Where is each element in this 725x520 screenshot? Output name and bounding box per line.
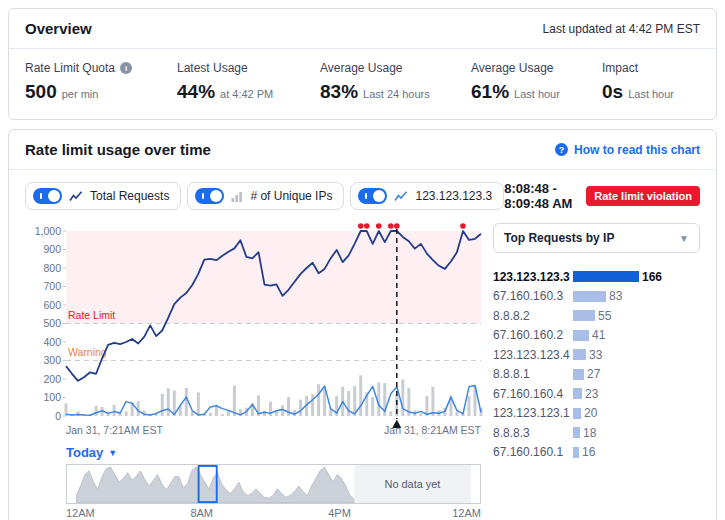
- line-chart-icon: [69, 191, 83, 202]
- ip-address: 123.123.123.4: [493, 348, 573, 362]
- stat-average-usage-1h: Average Usage 61% Last hour: [471, 61, 602, 103]
- how-to-read-link[interactable]: ? How to read this chart: [555, 143, 700, 157]
- unique-ips-bar: [125, 411, 128, 416]
- ip-request-bar: [573, 369, 584, 380]
- unique-ips-bar: [359, 375, 362, 416]
- usage-chart[interactable]: 01002003004005006007008009001,000Rate Li…: [25, 217, 485, 439]
- series-controls: Total Requests # of Unique IPs: [9, 170, 716, 217]
- ip-request-bar: [573, 330, 589, 341]
- timeframe-label: Today: [66, 445, 103, 460]
- info-icon[interactable]: i: [120, 62, 132, 74]
- ip-row[interactable]: 123.123.123.120: [493, 404, 700, 424]
- violation-dot: [358, 223, 364, 229]
- toggle-switch[interactable]: [195, 188, 224, 204]
- ip-row[interactable]: 8.8.8.255: [493, 306, 700, 326]
- unique-ips-bar: [401, 379, 404, 416]
- stat-label: Latest Usage: [177, 61, 320, 75]
- line-chart-icon: [394, 191, 408, 202]
- ip-count: 83: [609, 289, 622, 303]
- ip-row[interactable]: 123.123.123.3166: [493, 267, 700, 287]
- unique-ips-bar: [371, 397, 374, 416]
- rate-limit-label: Rate Limit: [68, 309, 115, 321]
- unique-ips-bar: [161, 394, 164, 416]
- ip-address: 123.123.123.1: [493, 406, 573, 420]
- no-data-label: No data yet: [385, 478, 441, 490]
- stat-value: 0s: [602, 81, 623, 103]
- ip-row[interactable]: 123.123.123.433: [493, 345, 700, 365]
- minimap-tick-label: 8AM: [190, 507, 213, 519]
- minimap: No data yet 12AM8AM4PM12AM: [66, 464, 481, 520]
- ip-address: 67.160.160.2: [493, 328, 573, 342]
- ip-request-bar: [573, 447, 579, 458]
- stat-average-usage-24h: Average Usage 83% Last 24 hours: [320, 61, 471, 103]
- ip-row[interactable]: 8.8.8.127: [493, 365, 700, 385]
- ip-request-bar: [573, 427, 580, 438]
- stat-suffix: Last 24 hours: [363, 88, 430, 100]
- unique-ips-bar: [233, 385, 236, 416]
- ip-request-bar: [573, 271, 639, 282]
- ip-request-bar: [573, 310, 595, 321]
- top-requests-dropdown[interactable]: Top Requests by IP ▼: [493, 223, 700, 253]
- ip-count: 16: [582, 445, 595, 459]
- toggle-switch[interactable]: [358, 188, 387, 204]
- selection-time-range: 8:08:48 - 8:09:48 AM: [504, 181, 574, 211]
- violation-dot: [394, 223, 400, 229]
- y-axis-tick: 0: [55, 410, 61, 422]
- toggle-chip-unique-ips[interactable]: # of Unique IPs: [187, 182, 344, 210]
- violation-dot: [460, 223, 466, 229]
- usage-title: Rate limit usage over time: [25, 141, 211, 158]
- unique-ips-bar: [467, 396, 470, 416]
- timeframe-dropdown[interactable]: Today ▼: [66, 445, 485, 460]
- ip-address: 67.160.160.3: [493, 289, 573, 303]
- ip-row[interactable]: 67.160.160.116: [493, 443, 700, 463]
- ip-request-bar: [573, 408, 581, 419]
- toggle-switch[interactable]: [33, 188, 62, 204]
- stat-label: Rate Limit Quota: [25, 61, 115, 75]
- y-axis-tick: 200: [43, 373, 61, 385]
- unique-ips-bar: [377, 382, 380, 416]
- ip-count: 20: [584, 406, 597, 420]
- stat-suffix: Last hour: [514, 88, 560, 100]
- toggle-chip-total-requests[interactable]: Total Requests: [25, 182, 181, 210]
- rate-limit-violation-badge: Rate limit violation: [586, 186, 700, 206]
- minimap-chart[interactable]: No data yet: [66, 464, 481, 504]
- x-axis-start-label: Jan 31, 7:21AM EST: [66, 424, 163, 436]
- unique-ips-bar: [347, 391, 350, 416]
- ip-request-bar: [573, 349, 586, 360]
- minimap-tick-label: 4PM: [328, 507, 351, 519]
- y-axis-tick: 900: [43, 243, 61, 255]
- violation-dot: [388, 223, 394, 229]
- warning-label: Warning: [68, 346, 107, 358]
- violation-dot: [376, 223, 382, 229]
- ip-row[interactable]: 67.160.160.383: [493, 287, 700, 307]
- ip-request-bar: [573, 388, 582, 399]
- stat-value: 500: [25, 81, 57, 103]
- overview-stats: Rate Limit Quota i 500 per min Latest Us…: [9, 49, 716, 119]
- unique-ips-bar: [389, 411, 392, 416]
- ip-row[interactable]: 8.8.8.318: [493, 423, 700, 443]
- y-axis-tick: 700: [43, 280, 61, 292]
- unique-ips-bar: [167, 388, 170, 416]
- ip-address: 8.8.8.1: [493, 367, 573, 381]
- ip-123-line: [66, 386, 481, 416]
- stat-suffix: per min: [62, 88, 99, 100]
- ip-row[interactable]: 67.160.160.423: [493, 384, 700, 404]
- ip-address: 8.8.8.3: [493, 426, 573, 440]
- minimap-area: [76, 467, 354, 503]
- ip-address: 8.8.8.2: [493, 309, 573, 323]
- unique-ips-bar: [419, 413, 422, 416]
- minimap-tick-label: 12AM: [452, 507, 481, 519]
- ip-row[interactable]: 67.160.160.241: [493, 326, 700, 346]
- toggle-chip-ip-123[interactable]: 123.123.123.3: [350, 182, 504, 210]
- unique-ips-bar: [221, 414, 224, 416]
- overview-header: Overview Last updated at 4:42 PM EST: [9, 9, 716, 49]
- chevron-down-icon: ▼: [679, 233, 689, 244]
- unique-ips-bar: [113, 405, 116, 416]
- ip-address: 67.160.160.1: [493, 445, 573, 459]
- ip-count: 23: [585, 387, 598, 401]
- chevron-down-icon: ▼: [108, 448, 117, 458]
- unique-ips-bar: [311, 394, 314, 416]
- stat-latest-usage: Latest Usage 44% at 4:42 PM: [177, 61, 320, 103]
- stat-suffix: at 4:42 PM: [220, 88, 273, 100]
- stat-value: 61%: [471, 81, 509, 103]
